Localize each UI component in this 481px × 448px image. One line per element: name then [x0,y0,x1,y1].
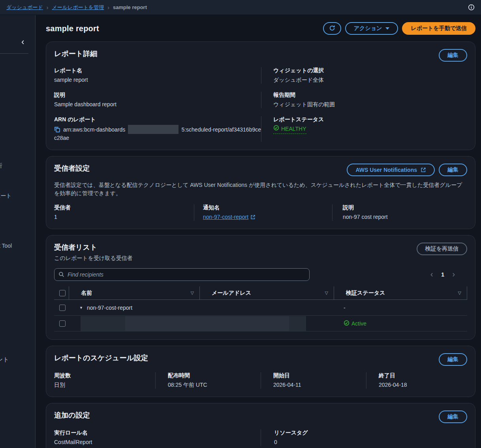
aws-user-notifications-button[interactable]: AWS User Notifications [347,164,435,176]
field-label: 実行ロール名 [54,429,261,437]
status-active-label: Active [351,320,366,327]
info-icon[interactable] [468,4,475,11]
recipient-list-title: 受信者リスト [54,243,133,252]
breadcrumb-manage-reports-link[interactable]: メールレポートを管理 [52,4,104,11]
field-execution-role: 実行ロール名 CostMailReport [54,429,261,446]
page-title: sample report [46,24,99,33]
field-value: 0 [274,438,467,446]
field-notification-name: 通知名 non-97-cost-report [194,204,332,221]
notification-name-label: non-97-cost-report [203,213,248,221]
field-value: 2026-04-11 [273,381,366,389]
actions-dropdown-button[interactable]: アクション [345,22,398,35]
status-healthy-badge[interactable]: HEALTHY [273,125,306,134]
schedule-edit-button[interactable]: 編集 [439,353,467,366]
next-page-icon[interactable] [451,272,456,277]
aws-user-notifications-label: AWS User Notifications [355,167,417,173]
field-report-arn: ARN のレポート arn:aws:bcm-dashboards5:schedu… [54,116,261,142]
column-header-name[interactable]: 名前 ▽ [69,286,200,299]
column-header-status[interactable]: 検証ステータス ▽ [334,286,467,299]
field-value: ウィジェット固有の範囲 [273,100,467,108]
sort-filter-icon[interactable]: ▽ [458,290,461,296]
previous-page-icon[interactable] [429,272,434,277]
field-value: 1 [54,213,194,221]
field-distribution-time: 配布時間 08:25 午前 UTC [155,372,261,389]
recipient-settings-description: 受信者設定では、基盤となる配信テクノロジーとして AWS User Notifi… [54,181,467,198]
recipient-settings-edit-button[interactable]: 編集 [439,164,467,176]
arn-text-suffix: 5:scheduled-report/af34316b9ce [181,126,261,134]
breadcrumb-separator: › [47,4,49,11]
breadcrumb-separator: › [107,4,109,11]
sidebar-item-report[interactable]: ポート [0,192,12,200]
select-all-checkbox[interactable] [59,290,66,296]
report-details-panel: レポート詳細 編集 レポート名 sample report ウィジェットの選択 … [46,41,475,150]
sidebar-item-analysis[interactable]: 析 [0,162,2,169]
row-select-cell [54,300,69,315]
external-link-icon [421,167,426,173]
breadcrumb-dashboard-link[interactable]: ダッシュボード [6,4,43,11]
status-active-badge: Active [344,320,366,327]
sidebar-item-tool[interactable]: t Tool [0,243,12,249]
expand-row-icon[interactable]: ▼ [79,306,83,310]
external-link-icon [250,215,256,220]
field-label: 周波数 [54,372,155,379]
field-label: レポート名 [54,67,261,74]
field-label: 終了日 [379,372,467,379]
column-header-email[interactable]: メールアドレス ▽ [200,286,334,299]
field-resource-tags: リソースタグ 0 [261,429,467,446]
sidebar: 析 ポート t Tool ント [0,15,36,448]
row-select-cell [54,316,69,331]
field-label: レポートステータス [273,116,467,123]
report-details-title: レポート詳細 [54,49,97,58]
refresh-button[interactable] [323,22,341,35]
field-description: 説明 Sample dashboard report [54,92,261,108]
field-value: Sample dashboard report [54,100,261,108]
field-label: 説明 [54,92,261,99]
table-row-member: Active [54,316,467,331]
field-value: 2026-04-18 [379,381,467,389]
sort-filter-icon[interactable]: ▽ [325,290,328,296]
field-value: ダッシュボード全体 [273,76,467,84]
field-notification-description: 説明 non-97 cost report [332,204,467,221]
refresh-icon [329,25,335,32]
sidebar-item-agent[interactable]: ント [0,356,9,363]
field-label: 説明 [343,204,467,211]
field-report-period: 報告期間 ウィジェット固有の範囲 [261,92,467,108]
field-report-status: レポートステータス HEALTHY [261,116,467,142]
notification-name-link[interactable]: non-97-cost-report [203,213,256,221]
additional-edit-button[interactable]: 編集 [439,410,467,423]
field-value: CostMailReport [54,438,261,446]
field-label: 受信者 [54,204,194,211]
breadcrumb: ダッシュボード › メールレポートを管理 › sample report [0,0,481,15]
sidebar-divider [0,53,28,54]
row-checkbox[interactable] [59,305,66,311]
field-label: 報告期間 [273,92,467,99]
page-number[interactable]: 1 [441,271,444,278]
send-report-manually-button[interactable]: レポートを手動で送信 [402,22,475,35]
field-widget-selection: ウィジェットの選択 ダッシュボード全体 [261,67,467,84]
field-value: sample report [54,76,261,84]
field-value: 日別 [54,381,155,389]
additional-settings-panel: 追加の設定 編集 実行ロール名 CostMailReport リソースタグ 0 [46,403,475,448]
recipients-table: 名前 ▽ メールアドレス ▽ 検証ステータス ▽ [54,286,467,331]
sort-filter-icon[interactable]: ▽ [191,290,194,296]
field-end-date: 終了日 2026-04-18 [366,372,467,389]
copy-icon[interactable] [54,126,60,133]
row-checkbox[interactable] [59,320,66,327]
check-circle-icon [273,125,279,133]
field-recipients: 受信者 1 [54,204,194,221]
column-header-label: メールアドレス [212,290,251,297]
recipient-settings-title: 受信者設定 [54,164,90,173]
recipient-list-subtitle: このレポートを受け取る受信者 [54,255,133,262]
recipient-settings-panel: 受信者設定 AWS User Notifications 編集 受信者設定では、… [46,156,475,229]
resend-verification-button[interactable]: 検証を再送信 [417,243,467,255]
arn-text-tail: c28ae [54,134,261,142]
group-status-cell: - [334,305,467,311]
field-label: 通知名 [203,204,332,211]
field-label: ウィジェットの選択 [273,67,467,74]
field-frequency: 周波数 日別 [54,372,155,389]
redacted-block [128,125,178,134]
report-details-edit-button[interactable]: 編集 [439,49,467,62]
field-start-date: 開始日 2026-04-11 [261,372,366,389]
sidebar-collapse-icon[interactable] [20,40,26,46]
search-input[interactable] [54,268,310,281]
